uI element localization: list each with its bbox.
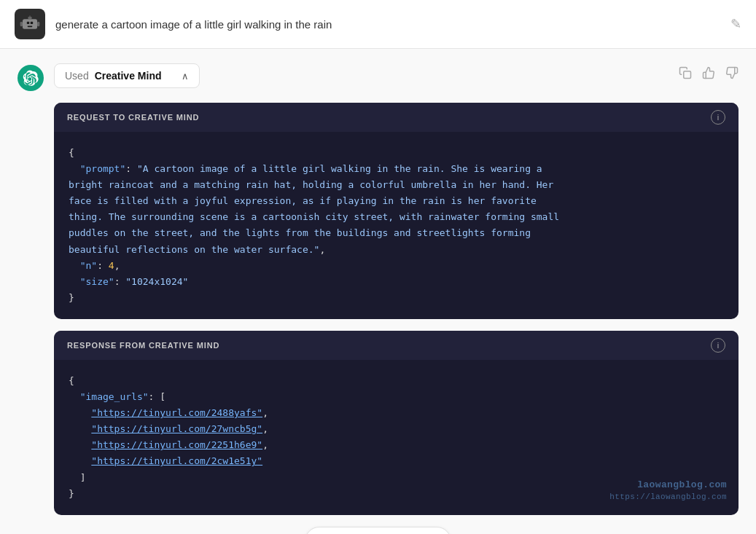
svg-rect-3 (28, 26, 33, 28)
top-bar-left: generate a cartoon image of a little gir… (15, 9, 332, 39)
response-block: RESPONSE FROM CREATIVE MIND i { "image_u… (54, 331, 739, 515)
top-bar: generate a cartoon image of a little gir… (0, 0, 756, 49)
avatar (15, 9, 45, 39)
request-code: { "prompt": "A cartoon image of a little… (69, 145, 724, 306)
creative-mind-pill[interactable]: Used Creative Mind ∧ (54, 63, 200, 88)
edit-icon[interactable]: ✎ (730, 16, 741, 32)
svg-rect-1 (27, 22, 29, 24)
chatgpt-logo (17, 65, 44, 91)
response-code: { "image_urls": [ "https://tinyurl.com/2… (69, 373, 724, 502)
svg-rect-7 (37, 22, 39, 27)
thumbdown-icon[interactable] (725, 66, 739, 83)
response-title: RESPONSE FROM CREATIVE MIND (67, 341, 219, 350)
prompt-text: generate a cartoon image of a little gir… (55, 18, 332, 31)
tool-name: Creative Mind (95, 70, 162, 82)
request-body: { "prompt": "A cartoon image of a little… (54, 132, 739, 319)
svg-rect-5 (29, 15, 31, 17)
action-icons (679, 63, 739, 83)
chevron-up-icon: ∧ (182, 71, 189, 82)
request-header: REQUEST TO CREATIVE MIND i (54, 103, 739, 132)
request-block: REQUEST TO CREATIVE MIND i { "prompt": "… (54, 103, 739, 319)
used-label: Used (65, 70, 89, 82)
svg-rect-6 (20, 22, 23, 27)
svg-rect-2 (31, 22, 33, 24)
regenerate-row: ↻ Regenerate response (17, 527, 739, 534)
regenerate-button[interactable]: ↻ Regenerate response (305, 527, 452, 534)
thumbup-icon[interactable] (702, 66, 715, 83)
svg-rect-8 (684, 71, 691, 79)
copy-icon[interactable] (679, 66, 692, 83)
response-info-icon[interactable]: i (711, 338, 725, 353)
response-body: { "image_urls": [ "https://tinyurl.com/2… (54, 360, 739, 515)
main-content: Used Creative Mind ∧ (0, 49, 756, 534)
response-row: Used Creative Mind ∧ (17, 63, 739, 91)
request-info-icon[interactable]: i (711, 110, 725, 125)
svg-rect-0 (23, 19, 37, 28)
request-title: REQUEST TO CREATIVE MIND (67, 113, 199, 122)
response-header: RESPONSE FROM CREATIVE MIND i (54, 331, 739, 360)
